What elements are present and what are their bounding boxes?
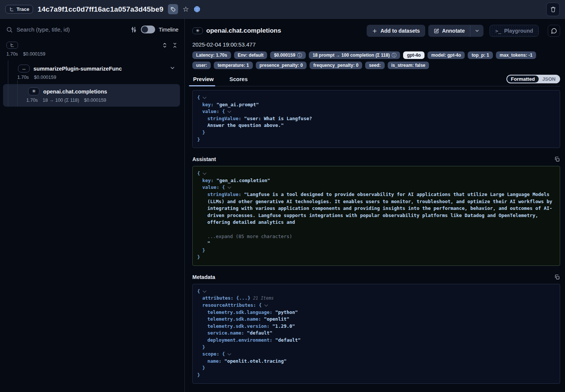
node-cost: $0.000159 (34, 75, 56, 80)
code-line: } (197, 129, 555, 136)
code-token: value: (202, 109, 222, 114)
playground-button[interactable]: >_ Playground (489, 25, 539, 37)
tree-root-row[interactable] (0, 42, 184, 49)
badge-label: Env: default (238, 53, 264, 58)
format-toggle: Formatted JSON (506, 75, 560, 83)
tag-icon (170, 6, 176, 12)
search-input[interactable] (17, 26, 127, 33)
format-formatted-option[interactable]: Formatted (507, 75, 539, 83)
assistant-section-title: Assistant (192, 156, 216, 162)
collapse-chevron-icon[interactable] (202, 95, 206, 99)
meta-badge: Latency: 1.70s (192, 51, 231, 59)
collapse-chevron-icon[interactable] (264, 303, 268, 307)
expand-link[interactable]: ...expand (85 more characters) (207, 234, 292, 239)
public-globe-icon (193, 6, 201, 13)
root-duration: 1.70s (6, 51, 18, 57)
tree-node-openai-selected[interactable]: ✳ openai.chat.completions 1.70s 18 → 100… (3, 84, 180, 107)
format-json-option[interactable]: JSON (539, 75, 559, 83)
add-to-datasets-button[interactable]: Add to datasets (367, 25, 425, 37)
code-line: } (197, 344, 555, 351)
meta-badge: seed: (365, 62, 384, 69)
badge-label: $0.000159 (274, 53, 295, 58)
code-token: value: (202, 184, 222, 190)
meta-badge: temperature: 1 (214, 62, 252, 69)
code-token: } (197, 254, 200, 260)
star-button[interactable]: ☆ (183, 6, 189, 13)
completion-code-block: {key: "gen_ai.completion"value: {stringV… (192, 166, 560, 266)
collapse-chevron-icon[interactable] (227, 185, 231, 189)
copy-assistant-button[interactable] (554, 156, 560, 162)
chevron-down-icon (169, 65, 175, 71)
meta-badge: Env: default (234, 51, 267, 59)
delete-trace-button[interactable] (546, 3, 560, 16)
openai-icon: ✳ (28, 87, 39, 95)
code-token: telemetry.sdk.language: (207, 309, 275, 315)
code-token: { (222, 184, 225, 190)
copy-metadata-button[interactable] (554, 274, 560, 280)
code-token: telemetry.sdk.version: (207, 323, 272, 329)
collapse-chevron-icon[interactable] (202, 171, 206, 175)
meta-badge: max_tokens: -1 (496, 51, 536, 59)
trace-tree: 1.70s $0.000159 ↔ summarizePlugin-summar… (0, 42, 184, 107)
collapse-chevron-icon[interactable] (202, 289, 206, 292)
annotate-split-button: Annotate (428, 25, 484, 37)
tree-guide-line (8, 60, 8, 106)
meta-badge: user: (192, 62, 211, 69)
metadata-badges-row2: user:temperature: 1presence_penalty: 0fr… (192, 62, 560, 69)
badge-label: Latency: 1.70s (196, 53, 227, 58)
timeline-toggle[interactable] (141, 26, 155, 33)
badge-label: seed: (369, 63, 381, 68)
code-token: } (202, 344, 205, 350)
trace-id: 14c7a9f1cc0d7ff16ac1a057a3d45be9 (38, 5, 163, 14)
code-token: "default" (247, 330, 272, 336)
code-token: 21 Items (250, 296, 273, 301)
code-line: } (197, 247, 555, 254)
code-line: attributes: {...} 21 Items (197, 295, 555, 302)
code-line: stringValue: "Langfuse is a tool designe… (197, 191, 555, 226)
code-line: ...expand (85 more characters) (197, 233, 555, 240)
meta-badge: $0.000159ⓘ (270, 51, 306, 59)
node-duration: 1.70s (26, 98, 38, 103)
collapse-chevron-icon[interactable] (227, 352, 231, 356)
search-icon (6, 26, 13, 33)
timeline-label: Timeline (159, 27, 178, 33)
badge-label: 18 prompt → 100 completion (Σ 118) (313, 53, 390, 58)
code-line: name: "openlit.otel.tracing" (197, 358, 555, 365)
code-token: key: (202, 178, 217, 183)
code-token: } (197, 137, 200, 142)
annotate-dropdown-button[interactable] (470, 25, 483, 37)
trace-tree-sidebar: Timeline 1.70s $0.000159 (0, 19, 185, 392)
root-metrics: 1.70s $0.000159 (0, 51, 184, 57)
code-token: " (207, 240, 210, 246)
badge-label: top_p: 1 (471, 53, 489, 58)
tree-node-summarize[interactable]: ↔ summarizePlugin-summarizeFunc (0, 65, 184, 72)
annotate-button[interactable]: Annotate (428, 25, 470, 37)
collapse-chevron-icon[interactable] (227, 109, 231, 113)
code-token: } (197, 372, 200, 378)
comment-button[interactable] (548, 25, 560, 37)
badge-label: presence_penalty: 0 (260, 63, 303, 68)
node-collapse-control[interactable] (169, 65, 175, 72)
observation-title: openai.chat.completions (206, 27, 281, 35)
tag-button[interactable] (168, 4, 178, 14)
meta-badge: frequency_penalty: 0 (310, 62, 362, 69)
app: Trace 14c7a9f1cc0d7ff16ac1a057a3d45be9 ☆… (0, 0, 565, 392)
code-line: scope: { (197, 351, 555, 358)
node-metrics: 1.70s $0.000159 (0, 75, 184, 80)
tab-preview[interactable]: Preview (192, 75, 215, 86)
code-line: telemetry.sdk.language: "python" (197, 309, 555, 316)
info-icon[interactable]: ⓘ (297, 53, 302, 58)
collapse-all-icon[interactable] (172, 42, 178, 48)
code-token: attributes: (202, 295, 236, 301)
code-line: } (197, 372, 555, 379)
info-icon[interactable]: ⓘ (391, 53, 396, 58)
code-token: key: (202, 102, 217, 107)
meta-badge: model: gpt-4o (428, 51, 465, 59)
filter-sliders-icon[interactable] (130, 26, 137, 33)
node-name: openai.chat.completions (43, 89, 107, 95)
code-token: "openlit.otel.tracing" (224, 358, 287, 364)
tab-scores[interactable]: Scores (229, 75, 248, 86)
code-token: { (259, 302, 262, 308)
expand-all-icon[interactable] (162, 42, 168, 48)
code-line: } (197, 254, 555, 261)
